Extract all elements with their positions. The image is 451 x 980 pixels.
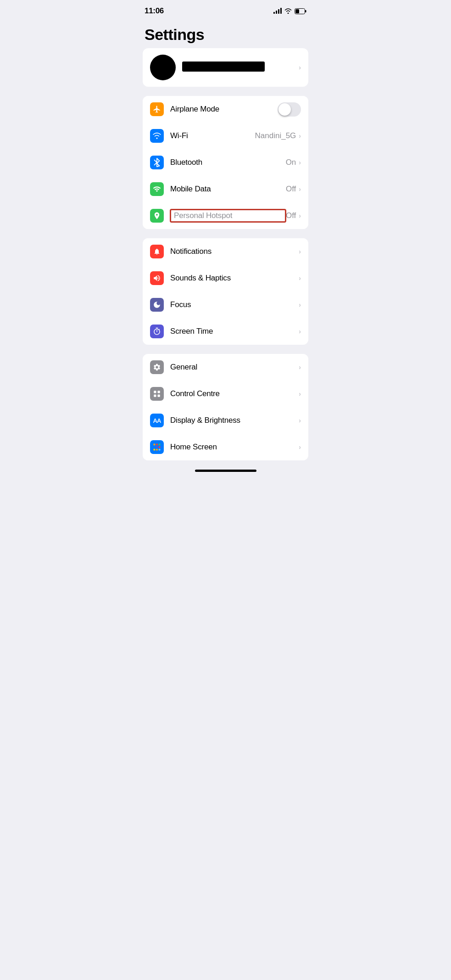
focus-row[interactable]: Focus › xyxy=(143,291,308,318)
control-centre-chevron: › xyxy=(299,390,301,398)
notifications-icon xyxy=(150,245,164,258)
personal-hotspot-row[interactable]: Personal Hotspot Off › xyxy=(143,202,308,229)
wifi-label: Wi-Fi xyxy=(170,131,255,140)
status-bar: 11:06 xyxy=(135,0,316,18)
general-section: General › Control Centre › AA Display & … xyxy=(143,354,308,460)
screen-time-row[interactable]: Screen Time › xyxy=(143,318,308,345)
svg-rect-15 xyxy=(159,449,161,451)
general-icon xyxy=(150,360,164,374)
bluetooth-label: Bluetooth xyxy=(170,158,286,167)
control-centre-icon xyxy=(150,387,164,401)
general-chevron: › xyxy=(299,364,301,371)
home-screen-chevron: › xyxy=(299,443,301,451)
home-screen-label: Home Screen xyxy=(170,442,299,452)
focus-chevron: › xyxy=(299,301,301,308)
svg-rect-7 xyxy=(154,444,156,446)
signal-icon xyxy=(273,8,282,14)
svg-rect-9 xyxy=(159,444,161,446)
control-centre-row[interactable]: Control Centre › xyxy=(143,381,308,407)
wifi-chevron: › xyxy=(299,132,301,140)
profile-section[interactable]: › xyxy=(143,48,308,87)
general-label: General xyxy=(170,363,299,372)
mobile-data-row[interactable]: Mobile Data Off › xyxy=(143,176,308,202)
sounds-haptics-label: Sounds & Haptics xyxy=(170,274,299,283)
svg-rect-2 xyxy=(295,9,299,13)
screen-time-chevron: › xyxy=(299,328,301,335)
wifi-status-icon xyxy=(284,8,292,14)
home-screen-row[interactable]: Home Screen › xyxy=(143,434,308,460)
airplane-mode-icon xyxy=(150,102,164,116)
airplane-mode-label: Airplane Mode xyxy=(170,105,278,114)
personal-hotspot-icon xyxy=(150,209,164,223)
control-centre-label: Control Centre xyxy=(170,389,299,398)
svg-rect-4 xyxy=(158,391,160,393)
sounds-haptics-icon xyxy=(150,271,164,285)
wifi-value: Nandini_5G xyxy=(255,131,296,140)
focus-icon xyxy=(150,298,164,312)
svg-rect-6 xyxy=(158,395,160,397)
screen-time-label: Screen Time xyxy=(170,327,299,336)
mobile-data-label: Mobile Data xyxy=(170,185,286,194)
avatar xyxy=(150,55,176,80)
svg-rect-11 xyxy=(156,446,158,448)
svg-rect-13 xyxy=(154,449,156,451)
home-screen-icon xyxy=(150,440,164,454)
svg-rect-12 xyxy=(159,446,161,448)
notifications-chevron: › xyxy=(299,248,301,255)
status-time: 11:06 xyxy=(145,6,164,16)
screen-time-icon xyxy=(150,325,164,338)
page-title: Settings xyxy=(145,26,306,44)
network-section: Airplane Mode Wi-Fi Nandini_5G › Bluetoo… xyxy=(143,96,308,229)
wifi-row[interactable]: Wi-Fi Nandini_5G › xyxy=(143,123,308,149)
profile-chevron: › xyxy=(299,64,301,71)
svg-rect-5 xyxy=(154,395,156,397)
bluetooth-value: On xyxy=(286,158,296,167)
svg-rect-1 xyxy=(305,10,306,12)
profile-name xyxy=(182,62,265,72)
sounds-haptics-chevron: › xyxy=(299,274,301,282)
personal-hotspot-value: Off xyxy=(286,211,296,220)
profile-info xyxy=(182,62,299,74)
wifi-icon xyxy=(150,129,164,143)
focus-label: Focus xyxy=(170,300,299,309)
notifications-section: Notifications › Sounds & Haptics › Focus… xyxy=(143,238,308,345)
notifications-label: Notifications xyxy=(170,247,299,256)
home-indicator xyxy=(195,470,256,472)
notifications-row[interactable]: Notifications › xyxy=(143,238,308,265)
page-title-container: Settings xyxy=(135,18,316,48)
battery-icon xyxy=(295,8,306,14)
bluetooth-chevron: › xyxy=(299,159,301,166)
display-brightness-row[interactable]: AA Display & Brightness › xyxy=(143,407,308,434)
bluetooth-row[interactable]: Bluetooth On › xyxy=(143,149,308,176)
svg-rect-10 xyxy=(154,446,156,448)
mobile-data-icon xyxy=(150,182,164,196)
airplane-mode-row[interactable]: Airplane Mode xyxy=(143,96,308,123)
sounds-haptics-row[interactable]: Sounds & Haptics › xyxy=(143,265,308,291)
personal-hotspot-label: Personal Hotspot xyxy=(170,209,286,222)
general-row[interactable]: General › xyxy=(143,354,308,381)
airplane-mode-toggle[interactable] xyxy=(278,102,301,117)
mobile-data-value: Off xyxy=(286,185,296,194)
bluetooth-icon xyxy=(150,156,164,169)
status-icons xyxy=(273,8,306,14)
display-brightness-icon: AA xyxy=(150,414,164,427)
svg-rect-14 xyxy=(156,449,158,451)
svg-rect-8 xyxy=(156,444,158,446)
personal-hotspot-chevron: › xyxy=(299,212,301,219)
svg-rect-3 xyxy=(154,391,156,393)
display-brightness-label: Display & Brightness xyxy=(170,416,299,425)
mobile-data-chevron: › xyxy=(299,185,301,193)
display-brightness-chevron: › xyxy=(299,417,301,424)
